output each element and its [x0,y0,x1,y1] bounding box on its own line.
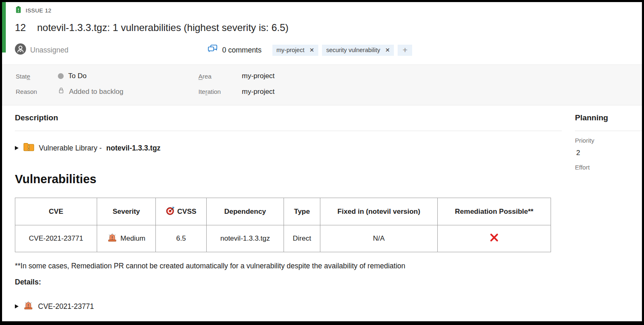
state-label: State [16,73,58,80]
table-header-row: CVE Severity [15,198,551,225]
tag-remove-icon[interactable]: ✕ [385,47,390,53]
work-item-type-color-bar [2,2,6,53]
tag-label: my-project [277,47,305,53]
assignee-picker[interactable]: Unassigned [15,43,68,57]
issue-icon [15,6,22,15]
work-item-title-field[interactable]: notevil-1.3.3.tgz: 1 vulnerabilities (hi… [37,22,289,33]
work-item-header: ISSUE 12 12 notevil-1.3.3.tgz: 1 vulnera… [2,2,642,56]
chevron-right-icon [15,304,19,308]
cell-remediation [438,225,551,252]
iteration-label: Iteration [198,88,242,95]
vulnerabilities-table: CVE Severity [15,198,551,252]
reason-label: Reason [16,88,58,95]
reason-field[interactable]: Added to backlog [58,87,198,96]
cell-type: Direct [284,225,320,252]
col-header-remediation: Remediation Possible** [438,198,551,225]
effort-field[interactable] [575,176,642,185]
title-row: 12 notevil-1.3.3.tgz: 1 vulnerabilities … [15,22,642,34]
remediation-footnote: **In some cases, Remediation PR cannot b… [15,262,562,271]
col-header-cvss: CVSS [156,198,207,225]
state-dropdown[interactable]: To Do [58,72,198,80]
comments-count-label: 0 comments [222,46,261,55]
effort-label: Effort [575,164,642,172]
priority-label: Priority [575,137,642,145]
iteration-value: my-project [242,88,274,96]
vulnerable-library-name: notevil-1.3.3.tgz [106,144,160,153]
tag-remove-icon[interactable]: ✕ [309,47,314,53]
chevron-right-icon [15,146,19,150]
siren-medium-severity-icon [107,232,117,245]
planning-heading: Planning [575,113,642,123]
priority-field[interactable]: 2 [575,149,642,158]
planning-section: Planning Priority 2 Effort [567,105,642,185]
severity-value: Medium [120,234,145,243]
description-section: Description Vulnerable Library - notevil… [2,105,567,312]
area-label: Area [198,73,242,80]
vulnerabilities-heading: Vulnerabilities [15,172,562,187]
table-row: CVE-2021-23771 [15,225,551,252]
cve-details-label: CVE-2021-23771 [38,302,94,311]
work-item-type-row: ISSUE 12 [15,6,642,15]
planning-divider [575,131,642,131]
iteration-dropdown[interactable]: my-project [242,88,642,96]
comments-link[interactable]: 0 comments [208,44,261,56]
target-icon [166,206,175,217]
siren-medium-severity-icon [23,300,33,313]
vulnerable-library-toggle[interactable]: Vulnerable Library - notevil-1.3.3.tgz [15,142,562,154]
state-dot-icon [58,73,64,79]
warning-folder-icon [23,142,34,154]
col-header-dependency: Dependency [207,198,284,225]
area-dropdown[interactable]: my-project [242,72,642,80]
plus-icon: + [403,45,408,55]
work-item-page: ISSUE 12 12 notevil-1.3.3.tgz: 1 vulnera… [0,0,644,325]
tag-my-project: my-project ✕ [272,45,318,56]
cell-cve: CVE-2021-23771 [15,225,97,252]
meta-row: Unassigned 0 comments my-project ✕ [15,44,642,56]
cell-cvss: 6.5 [156,225,207,252]
lock-icon [58,87,64,96]
reason-value: Added to backlog [69,88,123,96]
cross-mark-icon [489,233,499,244]
fields-strip: State To Do Area my-project Reason Added… [2,65,642,105]
vulnerable-library-prefix: Vulnerable Library - [39,144,102,153]
work-item-id: 12 [15,22,26,33]
tag-list: my-project ✕ security vulnerability ✕ + [272,45,413,56]
tag-label: security vulnerability [326,47,380,53]
col-header-type: Type [284,198,320,225]
work-item-type-label: ISSUE 12 [26,7,51,14]
col-header-severity: Severity [97,198,156,225]
area-value: my-project [242,72,274,80]
description-heading: Description [15,113,562,123]
add-tag-button[interactable]: + [398,45,412,56]
state-value: To Do [68,72,86,80]
assignee-label: Unassigned [30,46,68,55]
cell-fixed-in: N/A [320,225,438,252]
cell-dependency: notevil-1.3.3.tgz [207,225,284,252]
content-area: Description Vulnerable Library - notevil… [2,105,642,312]
cell-severity: Medium [97,225,156,252]
details-heading: Details: [15,278,562,287]
comments-icon [208,44,218,56]
cve-details-toggle[interactable]: CVE-2021-23771 [15,301,562,312]
description-divider [15,131,562,131]
tag-security-vulnerability: security vulnerability ✕ [322,45,394,56]
unassigned-avatar-icon [15,43,26,57]
col-header-fixed-in: Fixed in (notevil version) [320,198,438,225]
col-header-cve: CVE [15,198,97,225]
